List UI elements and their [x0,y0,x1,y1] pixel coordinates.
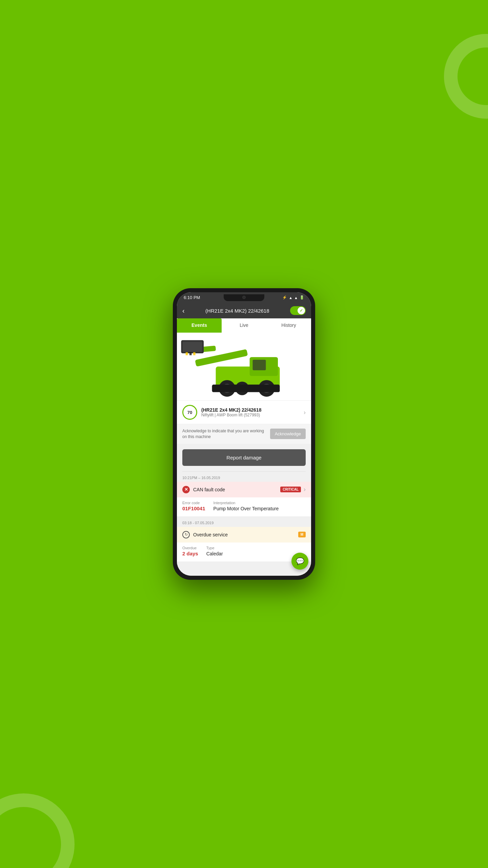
machine-illustration [177,333,311,400]
medium-badge: M [298,532,306,537]
signal-icon: ▲ [294,296,298,300]
bluetooth-icon: ⚡ [282,295,287,300]
overdue-label: Overdue [182,546,198,550]
event-section-1: 10:21PM – 16.05.2019 ✕ CAN fault code CR… [177,472,311,517]
type-value: Caledar [206,551,223,556]
overdue-value: 2 days [182,551,198,556]
machine-details: (HR21E 2x4 MK2) 22/42618 Niftylift | AWP… [201,407,304,417]
type-label: Type [206,546,223,550]
type-col: Type Caledar [206,546,223,557]
phone-screen: 6:10 PM ⚡ ▲ ▲ 🔋 ‹ (HR21E 2x4 MK2) 22/426… [177,292,311,576]
tab-history[interactable]: History [266,318,311,333]
acknowledge-button[interactable]: Acknowledge [270,429,306,439]
event-badge-row-2: M [298,532,306,537]
error-code-col: Error code 01F10041 [182,501,205,512]
event-timestamp-2: 03:18 - 07.05.2019 [177,517,311,527]
interpretation-value: Pump Motor Over Temperature [214,506,279,511]
service-icon: ↻ [182,531,190,538]
toggle-knob [298,307,305,314]
event-icon-title-1: ✕ CAN fault code [182,486,225,493]
acknowledge-bar: Acknowledge to indicate that you are wor… [177,424,311,444]
score-circle: 70 [182,405,197,420]
error-code-value: 01F10041 [182,506,205,511]
event-detail-2: Overdue 2 days Type Caledar [177,542,311,561]
chat-fab[interactable]: 💬 [291,553,308,570]
event-detail-1: Error code 01F10041 Interpretation Pump … [177,497,311,516]
header-title: (HR21E 2x4 MK2) 22/42618 [185,308,290,314]
event-header-1: ✕ CAN fault code CRITICAL › [177,482,311,497]
svg-rect-6 [183,342,202,352]
interpretation-label: Interpretation [214,501,279,505]
event-chevron-1: › [304,486,306,493]
main-content: 70 (HR21E 2x4 MK2) 22/42618 Niftylift | … [177,333,311,576]
report-damage-button[interactable]: Report damage [182,449,306,466]
event-badge-row-1: CRITICAL › [280,486,306,493]
tab-live[interactable]: Live [222,318,266,333]
critical-badge: CRITICAL [280,487,301,492]
active-toggle[interactable] [290,306,306,315]
interpretation-col: Interpretation Pump Motor Over Temperatu… [214,501,279,512]
event-card-critical[interactable]: ✕ CAN fault code CRITICAL › Error code 0… [177,482,311,517]
svg-rect-15 [189,352,192,355]
status-icons: ⚡ ▲ ▲ 🔋 [282,295,304,300]
event-card-overdue[interactable]: ↻ Overdue service M Overdue 2 days [177,527,311,562]
acknowledge-text: Acknowledge to indicate that you are wor… [182,428,270,440]
back-button[interactable]: ‹ [182,307,185,315]
machine-subtitle: Niftylift | AWP Boom lift (527993) [201,413,304,417]
event-title-1: CAN fault code [193,487,225,492]
phone-frame: 6:10 PM ⚡ ▲ ▲ 🔋 ‹ (HR21E 2x4 MK2) 22/426… [173,288,315,580]
event-title-2: Overdue service [193,532,228,537]
svg-rect-16 [193,352,196,355]
overdue-col: Overdue 2 days [182,546,198,557]
status-time: 6:10 PM [184,295,200,300]
error-code-label: Error code [182,501,205,505]
machine-info-row[interactable]: 70 (HR21E 2x4 MK2) 22/42618 Niftylift | … [177,400,311,424]
tab-bar: Events Live History [177,318,311,333]
machine-image [177,333,311,400]
event-section-2: 03:18 - 07.05.2019 ↻ Overdue service M [177,517,311,562]
event-timestamp-1: 10:21PM – 16.05.2019 [177,472,311,482]
svg-rect-2 [253,360,266,370]
tab-events[interactable]: Events [177,318,222,333]
chevron-right-icon: › [304,409,306,416]
event-icon-title-2: ↻ Overdue service [182,531,228,538]
camera [242,296,246,299]
event-header-2: ↻ Overdue service M [177,527,311,542]
header: ‹ (HR21E 2x4 MK2) 22/42618 [177,303,311,318]
machine-name: (HR21E 2x4 MK2) 22/42618 [201,407,304,413]
svg-rect-14 [186,352,188,355]
wifi-icon: ▲ [289,296,292,300]
battery-icon: 🔋 [300,295,304,300]
event-error-icon: ✕ [182,486,190,493]
svg-rect-13 [212,384,280,392]
chat-icon: 💬 [296,557,304,565]
